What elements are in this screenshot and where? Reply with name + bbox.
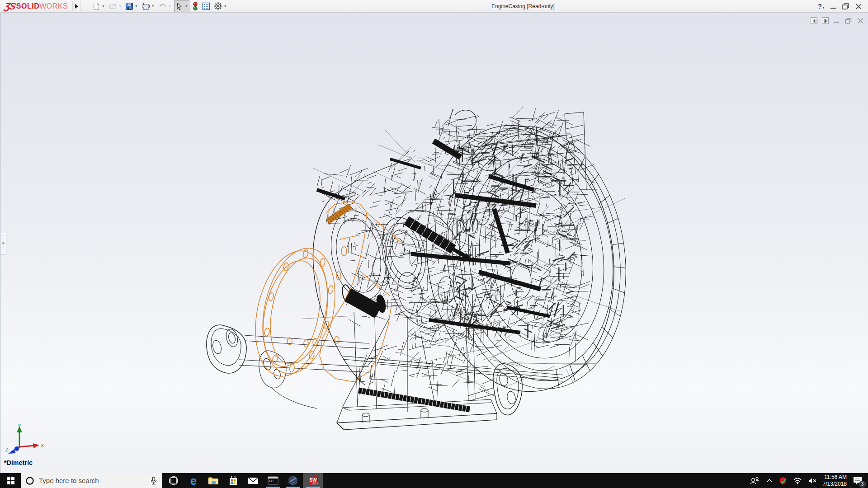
help-button[interactable]: ? ▾: [816, 2, 826, 10]
undo-button: ▼: [157, 0, 172, 12]
taskbar-search[interactable]: Type here to search: [21, 473, 162, 488]
print-icon: [142, 2, 150, 10]
tray-date: 7/13/2018: [823, 481, 847, 488]
task-view-icon: [169, 476, 179, 485]
file-properties-icon: [202, 2, 210, 10]
dropdown-arrow-icon[interactable]: ▼: [151, 5, 155, 8]
command-prompt-icon: C:\: [268, 476, 278, 485]
titlebar: ƷS SOLID WORKS ▼ ▼: [0, 0, 868, 13]
dropdown-arrow-icon: ▼: [118, 5, 122, 8]
search-placeholder-text: Type here to search: [39, 477, 146, 484]
tray-clock[interactable]: 11:56 AM 7/13/2018: [823, 474, 847, 488]
dropdown-arrow-icon[interactable]: ▼: [102, 5, 105, 8]
hexagon-app-icon: [288, 475, 298, 486]
sw-letters: SW: [309, 478, 317, 483]
quick-access-toolbar: ▼ ▼ ▼: [91, 0, 230, 12]
options-button[interactable]: ▼: [213, 0, 228, 12]
document-title: EngineCasing [Read-only]: [230, 3, 816, 9]
task-view-button[interactable]: [164, 473, 184, 488]
solidworks-logo: ƷS SOLID WORKS: [0, 0, 71, 13]
window-controls: ? ▾: [816, 2, 868, 10]
start-button[interactable]: [0, 473, 21, 488]
notification-count-badge: 3: [859, 481, 866, 488]
rebuild-button[interactable]: [191, 0, 199, 12]
hexagon-app-button[interactable]: [283, 473, 303, 488]
solidworks-tray-icon[interactable]: [779, 477, 787, 485]
new-document-button[interactable]: ▼: [91, 0, 106, 12]
mail-icon: [248, 477, 259, 485]
windows-logo-icon: [7, 477, 14, 484]
sw-year: 2017: [312, 482, 318, 485]
restore-button[interactable]: [842, 3, 851, 10]
previous-pane-button[interactable]: [811, 17, 817, 24]
engine-casing-model[interactable]: [0, 13, 868, 473]
dropdown-arrow-icon: ▼: [168, 5, 171, 8]
z-axis-label: Z: [5, 447, 8, 452]
cortana-icon: [25, 476, 34, 485]
open-document-button: ▼: [108, 0, 123, 12]
dropdown-arrow-icon[interactable]: ▼: [224, 5, 227, 8]
minimize-button[interactable]: [829, 3, 838, 9]
x-axis-arrow-icon: [33, 443, 39, 448]
edge-icon: e: [190, 475, 197, 487]
reference-triad: Y X Z: [5, 423, 46, 455]
undo-icon: [158, 2, 167, 10]
microsoft-store-icon: [228, 476, 238, 486]
graphics-area[interactable]: Y X Z *Dimetric: [0, 13, 868, 473]
cmd-prompt-text: C:\: [269, 479, 274, 483]
dropdown-arrow-icon[interactable]: ▼: [185, 5, 188, 8]
brand-works-text: WORKS: [39, 2, 68, 10]
next-pane-button[interactable]: [822, 17, 829, 24]
rebuild-traffic-light-icon: [192, 2, 198, 11]
save-icon: [125, 2, 133, 10]
people-icon[interactable]: [749, 476, 760, 485]
menu-flyout-button[interactable]: [72, 1, 80, 11]
select-tool-button[interactable]: ▼: [174, 0, 189, 12]
select-cursor-icon: [175, 2, 184, 10]
solidworks-app-icon: SW 2017: [307, 475, 319, 486]
doc-restore-button[interactable]: [845, 18, 853, 24]
microsoft-store-button[interactable]: [223, 473, 243, 488]
save-button[interactable]: ▼: [124, 0, 139, 12]
x-axis-label: X: [41, 443, 44, 448]
solidworks-logo-icon: ƷS: [3, 1, 16, 12]
edge-button[interactable]: e: [184, 473, 203, 488]
dropdown-arrow-icon[interactable]: ▼: [135, 5, 138, 8]
file-explorer-button[interactable]: [203, 473, 223, 488]
new-document-icon: [92, 2, 100, 10]
tray-expand-chevron-icon[interactable]: [766, 479, 773, 483]
help-dropdown-icon[interactable]: ▾: [822, 6, 824, 9]
close-button[interactable]: [854, 3, 863, 10]
taskbar: Type here to search e: [0, 473, 868, 488]
microphone-icon[interactable]: [150, 476, 157, 485]
view-orientation-label: *Dimetric: [4, 459, 33, 466]
system-tray: 11:56 AM 7/13/2018 3: [749, 473, 868, 488]
solidworks-app-button[interactable]: SW 2017: [303, 473, 323, 488]
y-axis-label: Y: [18, 423, 21, 429]
doc-minimize-button[interactable]: [833, 18, 840, 24]
document-window-controls: [811, 17, 864, 24]
file-properties-button[interactable]: [201, 0, 211, 12]
command-prompt-button[interactable]: C:\: [263, 473, 283, 488]
brand-solid-text: SOLID: [16, 2, 39, 10]
taskbar-apps: e: [164, 473, 323, 488]
doc-close-button[interactable]: [857, 18, 864, 24]
volume-muted-icon[interactable]: [808, 477, 817, 484]
mail-button[interactable]: [243, 473, 263, 488]
open-document-icon: [108, 2, 117, 10]
file-explorer-icon: [208, 476, 219, 485]
flyout-arrow-icon: [75, 4, 78, 9]
tray-time: 11:56 AM: [823, 474, 847, 481]
action-center-button[interactable]: 3: [853, 476, 863, 485]
wifi-icon[interactable]: [793, 477, 802, 484]
print-button[interactable]: ▼: [141, 0, 156, 12]
options-gear-icon: [214, 2, 222, 10]
